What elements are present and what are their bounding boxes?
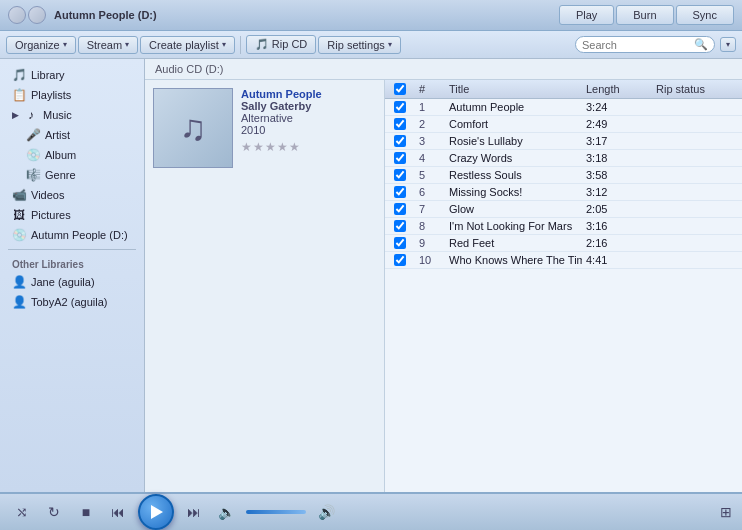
search-options-icon: ▾ (726, 40, 730, 49)
table-row: 2 Comfort 2:49 (385, 116, 742, 133)
organize-dropdown-icon: ▾ (63, 40, 67, 49)
rip-cd-button[interactable]: 🎵 Rip CD (246, 35, 317, 54)
sidebar-item-library[interactable]: 🎵 Library (0, 65, 144, 85)
track-checkbox-7[interactable] (394, 203, 406, 215)
repeat-button[interactable]: ↻ (42, 500, 66, 524)
sidebar-item-genre[interactable]: 🎼 Genre (0, 165, 144, 185)
track-checkbox-6[interactable] (394, 186, 406, 198)
next-button[interactable]: ⏭ (182, 500, 206, 524)
star-1[interactable]: ★ (241, 140, 252, 154)
burn-tab[interactable]: Burn (616, 5, 673, 25)
stream-button[interactable]: Stream ▾ (78, 36, 138, 54)
toolbar: Organize ▾ Stream ▾ Create playlist ▾ 🎵 … (0, 31, 742, 59)
title-bar: Autumn People (D:) Play Burn Sync (0, 0, 742, 31)
star-5[interactable]: ★ (289, 140, 300, 154)
sidebar-item-playlists[interactable]: 📋 Playlists (0, 85, 144, 105)
header-check (385, 83, 415, 95)
playlists-icon: 📋 (12, 88, 26, 102)
other-libraries-label: Other Libraries (0, 254, 144, 272)
videos-icon: 📹 (12, 188, 26, 202)
volume-down-button[interactable]: 🔈 (214, 500, 238, 524)
track-num-1: 1 (415, 101, 445, 113)
row-checkbox-cell (385, 135, 415, 147)
header-checkbox[interactable] (394, 83, 406, 95)
header-num: # (415, 83, 445, 95)
table-row: 1 Autumn People 3:24 (385, 99, 742, 116)
table-row: 6 Missing Socks! 3:12 (385, 184, 742, 201)
row-checkbox-cell (385, 118, 415, 130)
row-checkbox-cell (385, 237, 415, 249)
play-tab[interactable]: Play (559, 5, 614, 25)
star-2[interactable]: ★ (253, 140, 264, 154)
track-num-10: 10 (415, 254, 445, 266)
track-checkbox-3[interactable] (394, 135, 406, 147)
track-num-9: 9 (415, 237, 445, 249)
prev-button[interactable]: ⏮ (106, 500, 130, 524)
table-row: 3 Rosie's Lullaby 3:17 (385, 133, 742, 150)
track-length-1: 3:24 (582, 101, 652, 113)
volume-slider[interactable] (246, 510, 306, 514)
shuffle-button[interactable]: ⤭ (10, 500, 34, 524)
star-3[interactable]: ★ (265, 140, 276, 154)
header-length[interactable]: Length (582, 83, 652, 95)
track-checkbox-8[interactable] (394, 220, 406, 232)
track-num-3: 3 (415, 135, 445, 147)
sidebar: 🎵 Library 📋 Playlists ▶ ♪ Music 🎤 Artist… (0, 59, 145, 492)
album-art: ♫ (153, 88, 233, 168)
album-title: Autumn People (241, 88, 322, 100)
track-checkbox-5[interactable] (394, 169, 406, 181)
track-checkbox-2[interactable] (394, 118, 406, 130)
track-length-10: 4:41 (582, 254, 652, 266)
sidebar-item-pictures[interactable]: 🖼 Pictures (0, 205, 144, 225)
content-area: Audio CD (D:) ♫ Autumn People Sally Gate… (145, 59, 742, 492)
rip-settings-button[interactable]: Rip settings ▾ (318, 36, 400, 54)
genre-icon: 🎼 (26, 168, 40, 182)
organize-button[interactable]: Organize ▾ (6, 36, 76, 54)
sync-tab[interactable]: Sync (676, 5, 734, 25)
sidebar-item-jane[interactable]: 👤 Jane (aguila) (0, 272, 144, 292)
sidebar-item-videos[interactable]: 📹 Videos (0, 185, 144, 205)
create-playlist-button[interactable]: Create playlist ▾ (140, 36, 235, 54)
rip-settings-dropdown-icon: ▾ (388, 40, 392, 49)
track-checkbox-10[interactable] (394, 254, 406, 266)
search-options-button[interactable]: ▾ (720, 37, 736, 52)
back-button[interactable] (8, 6, 26, 24)
grid-view-icon[interactable]: ⊞ (720, 504, 732, 520)
track-length-8: 3:16 (582, 220, 652, 232)
track-checkbox-4[interactable] (394, 152, 406, 164)
player-bar: ⤭ ↻ ■ ⏮ ⏭ 🔈 🔊 ⊞ (0, 492, 742, 530)
album-header-label: Audio CD (D:) (155, 63, 223, 75)
track-checkbox-1[interactable] (394, 101, 406, 113)
jane-icon: 👤 (12, 275, 26, 289)
track-num-8: 8 (415, 220, 445, 232)
row-checkbox-cell (385, 203, 415, 215)
sidebar-divider (8, 249, 136, 250)
header-title[interactable]: Title (445, 83, 582, 95)
stop-button[interactable]: ■ (74, 500, 98, 524)
sidebar-item-album[interactable]: 💿 Album (0, 145, 144, 165)
window-controls[interactable] (8, 6, 46, 24)
play-button[interactable] (138, 494, 174, 530)
table-row: 5 Restless Souls 3:58 (385, 167, 742, 184)
track-num-5: 5 (415, 169, 445, 181)
table-row: 9 Red Feet 2:16 (385, 235, 742, 252)
sidebar-item-tobya2[interactable]: 👤 TobyA2 (aguila) (0, 292, 144, 312)
forward-button[interactable] (28, 6, 46, 24)
row-checkbox-cell (385, 186, 415, 198)
search-input[interactable] (582, 39, 694, 51)
table-row: 7 Glow 2:05 (385, 201, 742, 218)
star-4[interactable]: ★ (277, 140, 288, 154)
sidebar-item-artist[interactable]: 🎤 Artist (0, 125, 144, 145)
artist-icon: 🎤 (26, 128, 40, 142)
sidebar-item-music[interactable]: ▶ ♪ Music (0, 105, 144, 125)
search-icon[interactable]: 🔍 (694, 38, 708, 51)
track-title-8: I'm Not Looking For Mars (445, 220, 582, 232)
track-title-5: Restless Souls (445, 169, 582, 181)
track-length-3: 3:17 (582, 135, 652, 147)
sidebar-item-autumn-people[interactable]: 💿 Autumn People (D:) (0, 225, 144, 245)
header-rip-status[interactable]: Rip status (652, 83, 742, 95)
volume-up-button[interactable]: 🔊 (314, 500, 338, 524)
star-rating[interactable]: ★ ★ ★ ★ ★ (241, 140, 322, 154)
track-checkbox-9[interactable] (394, 237, 406, 249)
album-artist: Sally Gaterby (241, 100, 322, 112)
